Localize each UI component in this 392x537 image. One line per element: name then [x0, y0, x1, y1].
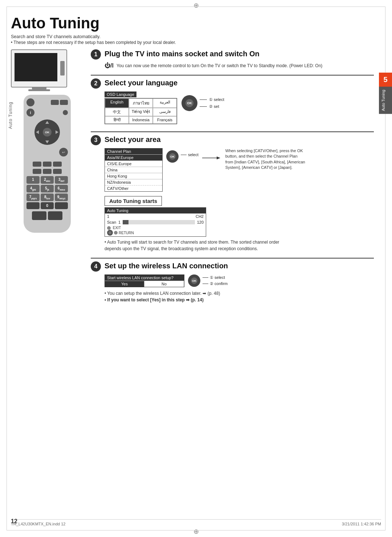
osd-chinese[interactable]: 中文	[105, 108, 129, 116]
osd-hindi[interactable]: हिन्दी	[105, 116, 129, 124]
at-scan-val: 1	[118, 220, 121, 224]
tv-image	[11, 49, 67, 88]
lan-no[interactable]: No	[144, 281, 184, 287]
dpad-right[interactable]	[56, 130, 58, 134]
step2-content: OSD Language English ภาษาไทย العربية 中文 …	[91, 91, 374, 126]
step1-header: 1 Plug the TV into mains socket and swit…	[91, 49, 374, 60]
footer-left: TH_L42U30KMTX_EN.indd 12	[11, 522, 65, 526]
step4-confirm-text: ② confirm	[210, 281, 228, 286]
num-btn-1[interactable]: 1	[26, 176, 40, 184]
remote-mid-btn-5[interactable]	[43, 169, 52, 174]
num-btn-6[interactable]: 6mno	[55, 185, 68, 192]
remote-bottom-btn-1[interactable]	[32, 211, 46, 220]
step4-note2: • If you want to select [Yes] in this st…	[105, 297, 374, 302]
num-btn-0[interactable]: 0	[41, 202, 54, 209]
lan-table: Start wireless LAN connection setup? Yes…	[105, 274, 184, 287]
tv-side-panel	[60, 61, 65, 76]
step3-title: Select your area	[105, 135, 161, 144]
ok-btn-step2[interactable]: OK	[181, 95, 197, 111]
at-exit-text: EXIT	[113, 226, 121, 230]
step3-ok-group: OK select	[166, 150, 199, 163]
at-progress-bar	[123, 220, 195, 224]
catv-arrow	[202, 155, 220, 162]
remote-mid-btn-2[interactable]	[43, 162, 52, 167]
osd-arabic[interactable]: العربية	[153, 98, 177, 108]
step2-title: Select your language	[105, 78, 177, 87]
footer-right: 3/21/2011 1:42:36 PM	[342, 522, 381, 526]
ok-btn-step3[interactable]: OK	[166, 150, 179, 163]
channel-plan-table: Channel Plan Asia/W.Europe CIS/E.Europe …	[105, 148, 163, 192]
osd-thai[interactable]: ภาษาไทย	[129, 98, 153, 108]
page-title: Auto Tuning	[11, 15, 374, 32]
sidebar-label: Auto Tuning	[379, 87, 392, 114]
ok-btn-step4[interactable]: OK	[188, 274, 200, 287]
cp-asia[interactable]: Asia/W.Europe	[105, 154, 162, 160]
left-column: i OK ↩	[11, 49, 83, 308]
dpad-down[interactable]	[45, 141, 49, 143]
num-btn-9[interactable]: 9wxyz	[55, 194, 68, 201]
remote-bottom-btn-2[interactable]	[48, 211, 62, 220]
dpad-up[interactable]	[45, 121, 49, 124]
cp-china[interactable]: China	[105, 167, 162, 173]
sidebar-container: 5 Auto Tuning	[379, 73, 392, 114]
num-btn-5[interactable]: 5jk	[41, 185, 54, 192]
osd-french[interactable]: Français	[153, 116, 177, 124]
at-screen-footer: EXIT RETURN	[105, 225, 206, 236]
dpad-left[interactable]	[36, 130, 39, 134]
step4-select-text: ① select	[210, 275, 225, 280]
remote-btn-1[interactable]	[51, 100, 59, 105]
dpad-ok[interactable]: OK	[43, 128, 52, 137]
remote-mid-btn-4[interactable]	[33, 169, 41, 174]
at-exit-icon	[107, 226, 111, 230]
num-btn-4[interactable]: 4ghi	[26, 185, 40, 192]
osd-farsi[interactable]: فارسى	[153, 108, 177, 116]
auto-tuning-starts-label: Auto Tuning starts	[105, 196, 162, 206]
remote-btn-2[interactable]	[60, 100, 68, 105]
cp-hongkong[interactable]: Hong Kong	[105, 173, 162, 179]
step4-confirm: ② confirm	[203, 281, 228, 286]
remote-power-btn[interactable]	[26, 98, 34, 106]
step1-content: ⏻/I You can now use the remote control t…	[105, 62, 374, 69]
cp-cis[interactable]: CIS/E.Europe	[105, 160, 162, 167]
num-btn-black-1	[26, 202, 40, 209]
osd-indonesian[interactable]: Indonesia	[129, 116, 153, 124]
step2-header: 2 Select your language	[91, 78, 374, 89]
osd-english[interactable]: English	[105, 98, 129, 108]
step4-section: 4 Set up the wireless LAN connection Sta…	[91, 261, 374, 302]
cp-nz[interactable]: NZ/Indonesia	[105, 179, 162, 185]
remote-row3	[26, 162, 68, 167]
remote-control: i OK ↩	[24, 95, 71, 233]
num-btn-2[interactable]: 2abc	[41, 176, 54, 184]
step1-title: Plug the TV into mains socket and switch…	[105, 49, 260, 58]
cp-catv[interactable]: CATV/Other	[105, 185, 162, 191]
remote-mid-btn-3[interactable]	[53, 162, 62, 167]
remote-mid-btn-1[interactable]	[33, 162, 41, 167]
subtitle1: Search and store TV channels automatical…	[11, 34, 374, 39]
at-return-row: RETURN	[107, 230, 204, 236]
step2-section: 2 Select your language OSD Language Engl…	[91, 78, 374, 126]
sidebar-number: 5	[379, 73, 392, 87]
select-text-1: ① select	[209, 97, 224, 102]
at-scan-max: 120	[197, 220, 204, 224]
remote-back-btn[interactable]: ↩	[59, 148, 68, 156]
step3-channel-plan: Channel Plan Asia/W.Europe CIS/E.Europe …	[105, 148, 163, 192]
step4-ok-group: OK ① select ② confirm	[188, 274, 228, 287]
remote-info-btn[interactable]: i	[26, 109, 34, 117]
dpad-ring: OK	[34, 119, 60, 145]
osd-grid: English ภาษาไทย العربية 中文 Tiếng Việt فا…	[105, 98, 177, 124]
step3-section: 3 Select your area Channel Plan Asia/W.E…	[91, 135, 374, 252]
osd-language-label: OSD Language	[105, 91, 136, 97]
num-btn-8[interactable]: 8tuv	[41, 194, 54, 201]
num-btn-black-2	[55, 202, 68, 209]
select-labels-step2: ① select ② set	[200, 97, 224, 109]
step1-number: 1	[91, 49, 101, 60]
lan-yes[interactable]: Yes	[105, 281, 144, 287]
remote-sm-btn-1[interactable]	[63, 110, 68, 115]
at-header-text: Auto Tuning	[107, 208, 128, 213]
osd-vietnamese[interactable]: Tiếng Việt	[129, 108, 153, 116]
reg-mark-top: ⊕	[193, 1, 199, 9]
remote-mid-btn-6[interactable]	[53, 169, 62, 174]
cp-header: Channel Plan	[105, 149, 162, 154]
num-btn-7[interactable]: 7pqrs	[26, 194, 40, 201]
num-btn-3[interactable]: 3def	[55, 176, 68, 184]
